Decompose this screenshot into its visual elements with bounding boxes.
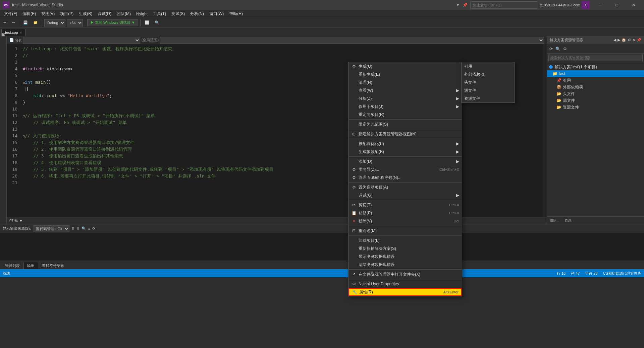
showdberr-icon xyxy=(351,254,357,259)
ctx-properties[interactable]: 🔧属性(R) Alt+Enter xyxy=(348,288,462,296)
menu-item-B[interactable]: 生成(B) xyxy=(76,10,95,18)
ctx-rescan[interactable]: 重新扫描解决方案(S) xyxy=(348,245,462,253)
ctx-open-folder[interactable]: ↗在文件资源管理器中打开文件夹(X) xyxy=(348,270,462,278)
menu-item-S[interactable]: 测试(S) xyxy=(169,10,187,18)
ctx-clean[interactable]: 清理(N) xyxy=(348,78,462,86)
ctx-build-deps[interactable]: 生成依赖项(B) ▶ xyxy=(348,148,462,156)
sub-item-ext-deps[interactable]: 外部依赖项 xyxy=(462,70,515,78)
user-icon[interactable]: X xyxy=(582,1,590,9)
ctx-build[interactable]: ⚙生成(U) xyxy=(348,62,462,70)
menu-item-N[interactable]: 分析(N) xyxy=(187,10,207,18)
zoom-dropdown-arrow[interactable]: ▼ xyxy=(19,219,23,223)
toolbar-btn-extra2[interactable]: 🔍 xyxy=(153,20,161,25)
menu-item-P[interactable]: 项目(P) xyxy=(57,10,76,18)
toolbar-btn-save[interactable]: 💾 xyxy=(21,20,30,25)
menu-item-V[interactable]: 视图(V) xyxy=(39,10,57,18)
ctx-paste[interactable]: 📋粘贴(P) Ctrl+V xyxy=(348,209,462,217)
ctx-pgo[interactable]: 按配置优化(P) ▶ xyxy=(348,140,462,148)
ctx-analyze[interactable]: 分析(Z) ▶ xyxy=(348,94,462,102)
tree-solution[interactable]: 🔷 解决方案'test'(1 个项目) xyxy=(547,64,644,70)
sub-item-headers[interactable]: 头文件 xyxy=(462,78,515,86)
toolbar-btn-open[interactable]: 📁 xyxy=(31,20,40,25)
ctx-add[interactable]: 添加(D) ▶ xyxy=(348,157,462,165)
output-btn-5[interactable]: ⟳ xyxy=(92,226,95,231)
panel-btn-close[interactable]: ✕ xyxy=(632,38,635,42)
sub-item-resources[interactable]: 资源文件 xyxy=(462,94,515,102)
toolbar-btn-redo[interactable]: ↪ xyxy=(10,20,17,25)
menu-item-H[interactable]: 帮助(H) xyxy=(226,10,246,18)
panel-header-buttons: ◀ ▶ 🏠 ⚙ ✕ 📌 xyxy=(613,38,641,42)
ctx-new-view[interactable]: ⊞新建解决方案资源管理器视图(N) xyxy=(348,130,462,138)
sub-item-sources[interactable]: 源文件 xyxy=(462,86,515,94)
ctx-debug[interactable]: 调试(G) ▶ xyxy=(348,191,462,199)
bottom-tab-find[interactable]: 查找符号结果 xyxy=(38,262,68,269)
menu-bar: 文件(F)编辑(E)视图(V)项目(P)生成(B)调试(D)团队(M)Nsigh… xyxy=(0,10,644,18)
ctx-rebuild[interactable]: 重新生成(E) xyxy=(348,70,462,78)
menu-item-F[interactable]: 文件(F) xyxy=(1,10,20,18)
ctx-cut[interactable]: ✂剪切(T) Ctrl+X xyxy=(348,201,462,209)
rpanel-tab-resources[interactable]: 资源... xyxy=(562,217,577,224)
bottom-tab-errors[interactable]: 错误列表 xyxy=(1,262,23,269)
ctx-nuget[interactable]: ⚙管理 NuGet 程序包(N)... xyxy=(348,173,462,182)
ctx-project-only[interactable]: 仅用于项目(J) ▶ xyxy=(348,102,462,111)
rpanel-tab-team[interactable]: 团队... xyxy=(547,217,562,224)
ctx-view[interactable]: 查看(W) ▶ xyxy=(348,86,462,94)
solution-search-input[interactable] xyxy=(548,55,643,61)
menu-item-W[interactable]: 窗口(W) xyxy=(207,10,226,18)
ctx-show-db-errors[interactable]: 显示浏览数据库错误 xyxy=(348,253,462,261)
ctx-clear-db-errors[interactable]: 清除浏览数据库错误 xyxy=(348,261,462,269)
output-btn-3[interactable]: 🔍 xyxy=(82,226,86,231)
ctx-retarget[interactable]: 重定向项目(R) xyxy=(348,111,462,119)
ctx-nsight-props[interactable]: ⚙Nsight User Properties xyxy=(348,280,462,288)
ctx-set-startup[interactable]: ⚙设为启动项目(A) xyxy=(348,183,462,191)
se-btn-1[interactable]: ⟳ xyxy=(548,47,554,51)
vertical-scrollbar[interactable] xyxy=(543,44,547,217)
tab-close-btn[interactable]: × xyxy=(20,31,22,34)
debug-mode-dropdown[interactable]: Debug xyxy=(44,19,65,26)
menu-item-T[interactable]: 工具(T) xyxy=(150,10,169,18)
bottom-tab-output[interactable]: 输出 xyxy=(23,262,38,269)
maximize-button[interactable]: □ xyxy=(609,0,625,10)
close-button[interactable]: ✕ xyxy=(626,0,641,10)
panel-btn-pin[interactable]: 📌 xyxy=(637,38,641,42)
panel-btn-home[interactable]: 🏠 xyxy=(622,38,626,42)
code-line-13 xyxy=(23,126,540,133)
remove-shortcut: Del xyxy=(453,219,459,223)
quick-launch-input[interactable] xyxy=(470,1,537,9)
user-info: x1059126644@163.com X xyxy=(540,1,590,9)
code-line-1: // test.cpp : 此文件包含 "main" 函数。程序执行将在此处开始… xyxy=(23,46,540,52)
menu-item-Nsight[interactable]: Nsight xyxy=(133,10,150,18)
panel-btn-forward[interactable]: ▶ xyxy=(618,38,620,42)
symbol-dropdown[interactable] xyxy=(160,37,544,44)
ctx-remove[interactable]: ✕移除(V) Del xyxy=(348,217,462,225)
ctx-unload[interactable]: 卸载项目(L) xyxy=(348,236,462,245)
se-btn-2[interactable]: 🔍 xyxy=(554,47,561,51)
output-btn-2[interactable]: ⬇ xyxy=(76,226,79,231)
tree-item-source-files[interactable]: 📂 源文件 xyxy=(547,97,644,104)
sub-item-references[interactable]: 引用 xyxy=(462,62,515,70)
tree-item-resource-files[interactable]: 📂 资源文件 xyxy=(547,104,644,111)
panel-btn-back[interactable]: ◀ xyxy=(613,38,616,42)
ctx-rename[interactable]: ⊟重命名(M) xyxy=(348,227,462,235)
editor-tab-test-cpp[interactable]: test.cpp × xyxy=(1,29,25,36)
output-btn-4[interactable]: ≡ xyxy=(88,227,90,231)
platform-dropdown[interactable]: x64 xyxy=(67,19,83,26)
output-btn-1[interactable]: ⬆ xyxy=(71,226,74,231)
output-source-dropdown[interactable]: 源代码管理 - Git xyxy=(33,225,69,232)
se-btn-3[interactable]: ⚙ xyxy=(562,47,568,51)
panel-btn-settings[interactable]: ⚙ xyxy=(628,38,631,42)
menu-item-M[interactable]: 团队(M) xyxy=(114,10,133,18)
scope-dropdown[interactable] xyxy=(23,37,140,44)
ctx-scope[interactable]: 限定为此范围(S) xyxy=(348,120,462,128)
menu-item-E[interactable]: 编辑(E) xyxy=(20,10,39,18)
menu-item-D[interactable]: 调试(D) xyxy=(95,10,114,18)
run-button[interactable]: ▶ 本地 Windows 调试器 ▼ xyxy=(87,19,138,26)
ctx-class-wizard[interactable]: ⚙类向导(Z)... Ctrl+Shift+X xyxy=(348,165,462,173)
tree-project-test[interactable]: 📁 test xyxy=(547,70,644,77)
toolbar-btn-extra1[interactable]: ⬜ xyxy=(143,20,151,25)
toolbar-btn-undo[interactable]: ↩ xyxy=(1,20,8,25)
tree-item-references[interactable]: 📌 引用 xyxy=(547,77,644,84)
tree-item-header-files[interactable]: 📂 头文件 xyxy=(547,90,644,97)
tree-item-external-deps[interactable]: 📦 外部依赖项 xyxy=(547,84,644,90)
minimize-button[interactable]: ─ xyxy=(592,0,608,10)
